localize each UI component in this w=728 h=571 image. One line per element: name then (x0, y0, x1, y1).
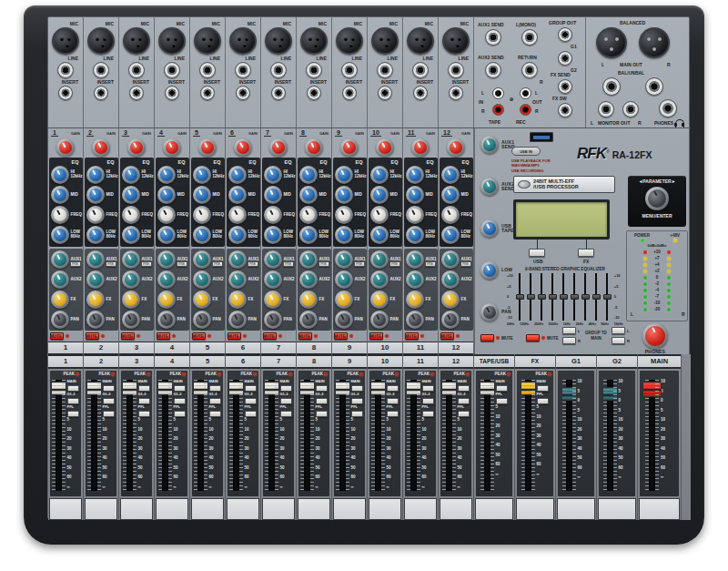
eq-low-knob[interactable] (264, 226, 282, 244)
pfl-button[interactable] (422, 411, 434, 417)
master-knob[interactable] (480, 178, 499, 196)
g12-assign-button[interactable] (67, 398, 79, 404)
pfl-button[interactable] (138, 411, 150, 417)
g12-assign-button[interactable] (351, 398, 363, 404)
eq-freq-knob[interactable] (193, 206, 211, 224)
pan-knob[interactable] (406, 311, 424, 329)
aux1-knob[interactable] (299, 250, 318, 269)
pan-knob[interactable] (193, 311, 211, 329)
eq-hi-knob[interactable] (228, 166, 247, 184)
line-jack[interactable] (306, 62, 322, 78)
fx-mute-button[interactable] (526, 334, 540, 342)
fx-knob[interactable] (264, 291, 282, 309)
main-assign-button[interactable] (537, 385, 549, 392)
fx-knob[interactable] (441, 291, 460, 309)
eq-mid-knob[interactable] (406, 186, 424, 204)
gain-knob[interactable] (269, 138, 288, 157)
aux1-send-jack[interactable] (485, 29, 501, 46)
mic-xlr-input[interactable] (87, 27, 115, 55)
master-knob[interactable] (480, 261, 499, 280)
g2-to-main-r-button[interactable] (612, 337, 625, 344)
g12-assign-button[interactable] (458, 398, 470, 404)
eq-low-knob[interactable] (406, 226, 424, 244)
aux1-knob[interactable] (122, 250, 140, 269)
eq-hi-knob[interactable] (370, 166, 389, 184)
pan-knob[interactable] (441, 311, 460, 329)
eq-freq-knob[interactable] (122, 206, 140, 224)
line-jack[interactable] (93, 62, 109, 78)
aux1-pre-button[interactable]: PRE (212, 261, 223, 267)
usb-port[interactable] (530, 132, 553, 142)
fx-knob[interactable] (157, 291, 176, 309)
pfl-button[interactable] (67, 411, 79, 417)
phones-jack[interactable] (659, 99, 677, 117)
fx-knob[interactable] (122, 291, 140, 309)
mic-xlr-input[interactable] (52, 27, 79, 55)
monitor-out-r-jack[interactable] (622, 101, 639, 117)
aux1-knob[interactable] (228, 250, 247, 269)
eq-hi-knob[interactable] (193, 166, 211, 184)
g12-assign-button[interactable] (138, 398, 150, 404)
aux2-send-jack[interactable] (485, 62, 501, 78)
insert-jack[interactable] (200, 86, 215, 100)
eq-mid-knob[interactable] (299, 186, 318, 204)
insert-jack[interactable] (307, 86, 321, 100)
insert-jack[interactable] (58, 86, 73, 100)
eq-low-knob[interactable] (193, 226, 211, 244)
parameter-knob[interactable] (645, 187, 669, 210)
aux1-knob[interactable] (193, 250, 211, 269)
fx-knob[interactable] (228, 291, 247, 309)
main-out-l-xlr[interactable] (596, 27, 627, 58)
eq-freq-knob[interactable] (157, 206, 176, 224)
return-r-jack[interactable] (521, 62, 538, 78)
geq-slider[interactable] (538, 273, 546, 321)
fx-knob[interactable] (193, 291, 211, 309)
eq-low-knob[interactable] (157, 226, 176, 244)
gain-knob[interactable] (127, 138, 146, 157)
eq-hi-knob[interactable] (441, 166, 460, 184)
tape-in-r-rca[interactable] (492, 104, 504, 116)
eq-freq-knob[interactable] (370, 206, 389, 224)
aux1-pre-button[interactable]: PRE (283, 261, 294, 267)
aux1-knob[interactable] (157, 250, 176, 269)
gain-knob[interactable] (340, 138, 359, 157)
fx-knob[interactable] (370, 291, 389, 309)
geq-slider[interactable] (549, 273, 557, 321)
line-jack[interactable] (341, 62, 358, 78)
g12-assign-button[interactable] (280, 398, 292, 404)
line-jack[interactable] (128, 62, 145, 78)
group-out-g2-jack[interactable] (558, 51, 572, 66)
insert-jack[interactable] (378, 86, 392, 100)
aux2-knob[interactable] (441, 270, 460, 289)
insert-jack[interactable] (271, 86, 286, 100)
g1-to-main-l-button[interactable] (562, 327, 576, 334)
g12-assign-button[interactable] (387, 398, 399, 404)
aux1-pre-button[interactable]: PRE (106, 261, 116, 267)
gain-knob[interactable] (376, 138, 394, 157)
line-jack[interactable] (235, 62, 251, 78)
pan-knob[interactable] (86, 311, 105, 329)
eq-freq-knob[interactable] (86, 206, 105, 224)
pfl-button[interactable] (537, 398, 549, 404)
tape-in-l-rca[interactable] (492, 87, 504, 99)
pfl-button[interactable] (316, 411, 328, 417)
mic-xlr-input[interactable] (300, 27, 328, 55)
mic-xlr-input[interactable] (442, 27, 470, 55)
eq-hi-knob[interactable] (299, 166, 318, 184)
geq-slider[interactable] (527, 273, 535, 321)
aux1-knob[interactable] (51, 250, 69, 269)
main-out-r-xlr[interactable] (639, 27, 670, 58)
pfl-button[interactable] (496, 398, 508, 404)
line-jack[interactable] (412, 62, 429, 78)
insert-jack[interactable] (129, 86, 144, 100)
geq-slider[interactable] (571, 273, 579, 321)
main-assign-button[interactable] (209, 385, 221, 392)
master-knob[interactable] (480, 219, 499, 238)
aux2-knob[interactable] (370, 270, 389, 289)
aux1-pre-button[interactable]: PRE (460, 261, 471, 267)
main-assign-button[interactable] (316, 385, 328, 392)
master-knob[interactable] (480, 303, 499, 321)
main-assign-button[interactable] (174, 385, 186, 392)
aux2-knob[interactable] (264, 270, 282, 289)
eq-mid-knob[interactable] (228, 186, 247, 204)
